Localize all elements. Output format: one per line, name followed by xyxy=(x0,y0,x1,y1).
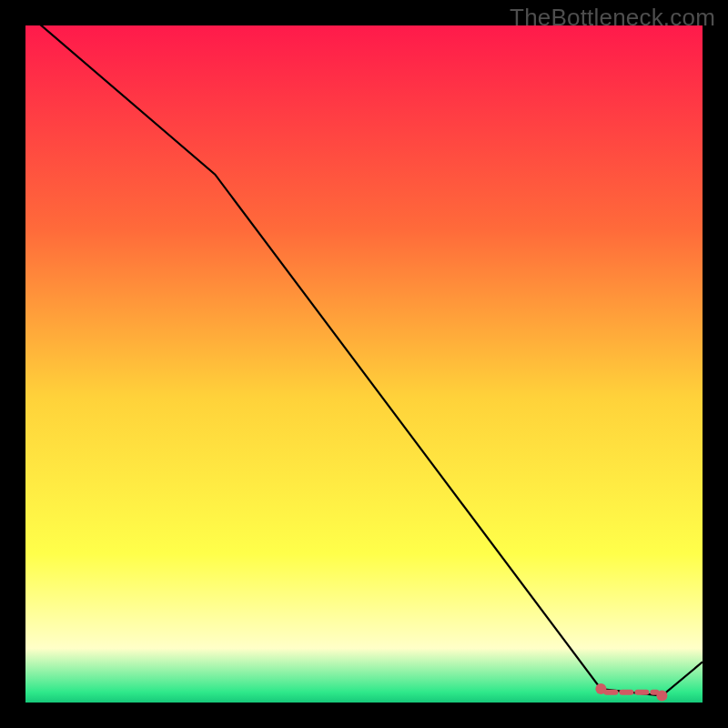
marker-valley-start xyxy=(595,683,606,694)
watermark-label: TheBottleneck.com xyxy=(510,4,715,32)
chart-svg xyxy=(25,25,703,703)
gradient-rect xyxy=(25,25,703,703)
plot-area xyxy=(25,25,703,703)
marker-valley-end xyxy=(656,691,667,702)
chart-frame: TheBottleneck.com xyxy=(0,0,728,728)
